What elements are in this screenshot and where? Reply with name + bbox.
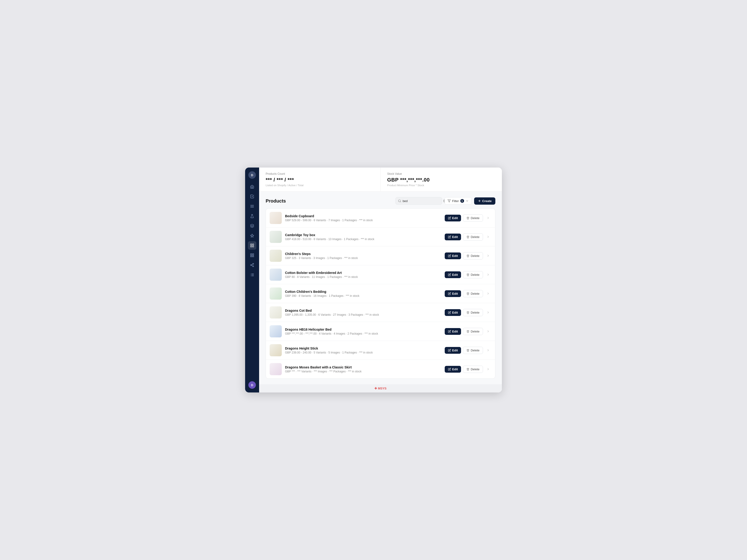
product-name: Bedside Cupboard bbox=[285, 214, 441, 218]
stat-stock-value-number: GBP ***,***,***.00 bbox=[387, 177, 496, 183]
product-row: Children's Steps GBP 325 · 3 Variants · … bbox=[266, 246, 495, 265]
sidebar-item-menu[interactable] bbox=[248, 202, 256, 211]
filter-label: Filter bbox=[452, 199, 459, 203]
product-thumbnail bbox=[269, 325, 282, 338]
svg-marker-28 bbox=[448, 200, 450, 202]
filter-icon bbox=[447, 199, 451, 203]
delete-button[interactable]: Delete bbox=[463, 271, 483, 278]
edit-button[interactable]: Edit bbox=[445, 366, 461, 373]
stat-stock-label: Stock Value bbox=[387, 172, 496, 176]
product-row: Dragons Height Stick GBP 239.00 - 240.00… bbox=[266, 341, 495, 360]
products-title: Products bbox=[266, 198, 286, 204]
filter-button[interactable]: Filter 1 bbox=[444, 197, 472, 205]
stat-products-label: Products Count bbox=[266, 172, 374, 176]
edit-button[interactable]: Edit bbox=[445, 234, 461, 240]
sidebar-item-share[interactable] bbox=[248, 261, 256, 269]
trash-icon bbox=[466, 330, 469, 333]
sidebar-bottom-avatar: D bbox=[248, 381, 256, 389]
product-meta: GBP 1,095.00 - 1,335.00 · 6 Variants · 2… bbox=[285, 313, 441, 316]
plus-icon bbox=[478, 199, 481, 203]
product-actions: Edit Delete bbox=[445, 328, 491, 335]
product-name: Children's Steps bbox=[285, 252, 441, 256]
edit-icon bbox=[448, 292, 451, 295]
product-actions: Edit Delete bbox=[445, 233, 491, 241]
product-name: Cotton Children's Bedding bbox=[285, 290, 441, 294]
product-thumbnail bbox=[269, 212, 282, 224]
sidebar: D D bbox=[245, 167, 259, 393]
sidebar-top-avatar: D bbox=[248, 171, 256, 179]
search-input[interactable] bbox=[403, 199, 442, 203]
edit-button[interactable]: Edit bbox=[445, 309, 461, 316]
product-info: Dragons Cot Bed GBP 1,095.00 - 1,335.00 … bbox=[285, 309, 441, 316]
edit-button[interactable]: Edit bbox=[445, 215, 461, 221]
product-row: Dragons HB16 Helicopter Bed GBP ***,***.… bbox=[266, 322, 495, 341]
delete-button[interactable]: Delete bbox=[463, 347, 483, 354]
edit-button[interactable]: Edit bbox=[445, 271, 461, 278]
edit-icon bbox=[448, 273, 451, 276]
delete-button[interactable]: Delete bbox=[463, 214, 483, 222]
svg-rect-9 bbox=[251, 254, 252, 255]
delete-button[interactable]: Delete bbox=[463, 366, 483, 373]
svg-marker-4 bbox=[251, 224, 254, 226]
product-thumbnail bbox=[269, 250, 282, 262]
delete-button[interactable]: Delete bbox=[463, 328, 483, 335]
product-meta: GBP 529.00 - 599.00 · 6 Variants · 7 Ima… bbox=[285, 219, 441, 222]
delete-button[interactable]: Delete bbox=[463, 290, 483, 297]
product-actions: Edit Delete bbox=[445, 347, 491, 354]
svg-rect-6 bbox=[253, 244, 254, 245]
edit-button[interactable]: Edit bbox=[445, 328, 461, 335]
product-name: Dragons HB16 Helicopter Bed bbox=[285, 328, 441, 331]
product-meta: GBP 80 · 8 Variants · 11 Images · 1 Pack… bbox=[285, 275, 441, 278]
row-expand-button[interactable] bbox=[485, 347, 491, 353]
search-icon bbox=[398, 199, 401, 203]
edit-button[interactable]: Edit bbox=[445, 347, 461, 354]
delete-button[interactable]: Delete bbox=[463, 233, 483, 241]
sidebar-item-beaker[interactable] bbox=[248, 212, 256, 220]
product-name: Dragons Height Stick bbox=[285, 347, 441, 350]
row-expand-button[interactable] bbox=[485, 328, 491, 335]
edit-icon bbox=[448, 330, 451, 333]
product-thumbnail bbox=[269, 306, 282, 319]
sidebar-item-list[interactable] bbox=[248, 271, 256, 279]
sidebar-item-checklist[interactable] bbox=[248, 192, 256, 201]
sidebar-item-grid[interactable] bbox=[248, 251, 256, 260]
svg-line-25 bbox=[400, 202, 401, 202]
filter-count-badge: 1 bbox=[460, 199, 464, 203]
row-expand-button[interactable] bbox=[485, 215, 491, 221]
product-list: Bedside Cupboard GBP 529.00 - 599.00 · 6… bbox=[266, 208, 495, 379]
sidebar-item-home[interactable] bbox=[248, 183, 256, 191]
chevron-right-icon bbox=[487, 216, 490, 219]
edit-button[interactable]: Edit bbox=[445, 290, 461, 297]
row-expand-button[interactable] bbox=[485, 309, 491, 316]
sidebar-item-layers[interactable] bbox=[248, 222, 256, 230]
product-name: Cambridge Toy box bbox=[285, 233, 441, 237]
product-thumbnail bbox=[269, 363, 282, 375]
edit-button[interactable]: Edit bbox=[445, 252, 461, 259]
trash-icon bbox=[466, 216, 469, 219]
row-expand-button[interactable] bbox=[485, 366, 491, 372]
row-expand-button[interactable] bbox=[485, 252, 491, 259]
product-row: Cotton Bolster with Embroidered Art GBP … bbox=[266, 265, 495, 284]
delete-button[interactable]: Delete bbox=[463, 252, 483, 260]
create-button[interactable]: Create bbox=[474, 197, 495, 205]
sidebar-item-products[interactable] bbox=[248, 241, 256, 250]
product-image bbox=[269, 231, 282, 243]
trash-icon bbox=[466, 235, 469, 238]
row-expand-button[interactable] bbox=[485, 290, 491, 297]
product-actions: Edit Delete bbox=[445, 271, 491, 278]
product-actions: Edit Delete bbox=[445, 366, 491, 373]
products-header: Products Filter 1 bbox=[266, 197, 495, 205]
stat-products-sub: Listed on Shopify / Active / Total bbox=[266, 184, 374, 187]
edit-icon bbox=[448, 254, 451, 257]
row-expand-button[interactable] bbox=[485, 271, 491, 278]
main-content: Products Count *** / *** / *** Listed on… bbox=[259, 167, 502, 393]
svg-rect-12 bbox=[251, 256, 252, 257]
search-box[interactable] bbox=[395, 197, 442, 205]
sidebar-item-sparkle[interactable] bbox=[248, 232, 256, 240]
product-actions: Edit Delete bbox=[445, 309, 491, 316]
delete-button[interactable]: Delete bbox=[463, 309, 483, 316]
row-expand-button[interactable] bbox=[485, 234, 491, 240]
product-meta: GBP 239.00 - 240.00 · 5 Variants · 5 Ima… bbox=[285, 351, 441, 354]
product-info: Cotton Children's Bedding GBP 390 · 8 Va… bbox=[285, 290, 441, 297]
chevron-right-icon bbox=[487, 330, 490, 333]
